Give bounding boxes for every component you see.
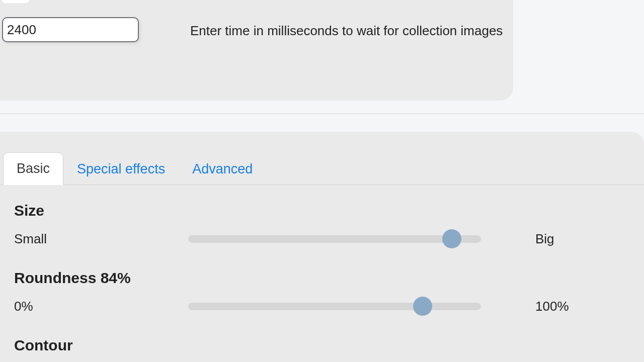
roundness-slider-row: 0% 100% — [14, 295, 624, 318]
wait-time-description: Enter time in milliseconds to wait for c… — [190, 23, 503, 39]
partial-element — [2, 0, 29, 3]
tab-basic[interactable]: Basic — [3, 152, 63, 185]
lower-settings-panel: Basic Special effects Advanced Size Smal… — [0, 132, 644, 362]
size-section-title: Size — [14, 202, 624, 219]
basic-tab-content: Size Small Big Roundness 84% 0% 100% Con… — [14, 202, 624, 362]
roundness-slider-track — [188, 303, 481, 310]
upper-settings-panel: Enter time in milliseconds to wait for c… — [0, 0, 513, 101]
roundness-min-label: 0% — [14, 299, 188, 314]
wait-time-input[interactable] — [2, 17, 139, 42]
size-slider-row: Small Big — [14, 227, 624, 250]
size-slider-track — [188, 235, 481, 243]
contour-section-title: Contour — [14, 337, 624, 354]
tabs-bar: Basic Special effects Advanced — [3, 151, 266, 185]
size-max-label: Big — [481, 231, 624, 247]
tab-advanced[interactable]: Advanced — [179, 153, 266, 185]
size-min-label: Small — [14, 231, 188, 247]
roundness-section-title: Roundness 84% — [14, 269, 624, 287]
roundness-slider-thumb[interactable] — [413, 297, 432, 316]
tabs-underline — [0, 185, 644, 185]
size-slider-thumb[interactable] — [442, 229, 461, 248]
roundness-max-label: 100% — [481, 299, 624, 314]
roundness-slider[interactable] — [188, 296, 481, 316]
size-slider[interactable] — [188, 229, 481, 249]
tab-special-effects[interactable]: Special effects — [63, 153, 179, 185]
panel-divider — [0, 114, 644, 114]
